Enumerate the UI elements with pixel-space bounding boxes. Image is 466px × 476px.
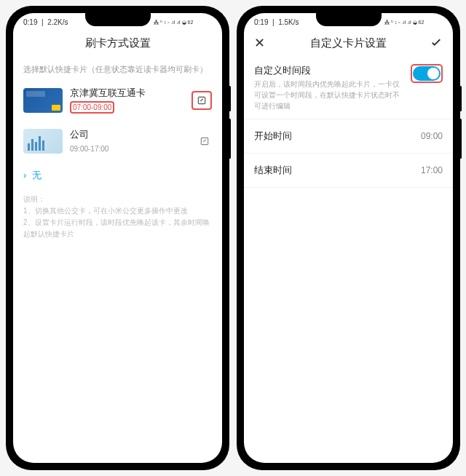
edit-icon[interactable] <box>194 93 209 108</box>
card-thumbnail-company <box>23 129 63 154</box>
svg-text:⁂  ᵇ ↕ ▫ .ıl .ıl ◒ 62: ⁂ ᵇ ↕ ▫ .ıl .ıl ◒ 62 <box>384 20 424 25</box>
card-name: 公司 <box>70 128 190 141</box>
edit-icon[interactable] <box>197 134 212 148</box>
hint-text: 选择默认快捷卡片（任意状态靠近读卡器均可刷卡） <box>13 57 222 79</box>
status-time: 0:19 <box>23 18 37 26</box>
phone-right: 0:19 | 1.5K/s ⁂ ᵇ ↕ ▫ .ıl .ıl ◒ 62 ✕ 自定义… <box>237 6 460 470</box>
start-time-value: 09:00 <box>421 131 443 141</box>
content-right: 自定义时间段 开启后，该时间段内优先唤起此卡片，一卡仅可设置一个时间段，在默认快… <box>244 57 453 463</box>
card-row-transit[interactable]: 京津冀互联互通卡 07:00-09:00 <box>13 79 222 121</box>
close-icon[interactable]: ✕ <box>254 35 265 51</box>
desc-line-2: 2、设置卡片运行时段，该时段优先唤起该卡，其余时间唤起默认快捷卡片 <box>23 217 212 240</box>
custom-time-toggle[interactable] <box>413 66 441 81</box>
edit-highlight <box>191 91 212 110</box>
custom-time-section: 自定义时间段 开启后，该时间段内优先唤起此卡片，一卡仅可设置一个时间段，在默认快… <box>244 57 453 119</box>
card-time-range: 09:00-17:00 <box>70 145 108 153</box>
end-time-row[interactable]: 结束时间 17:00 <box>244 154 453 187</box>
desc-line-1: 1、切换其他公交卡，可在小米公交更多操作中更改 <box>23 205 212 217</box>
toggle-highlight <box>411 64 443 83</box>
status-speed: 2.2K/s <box>47 18 68 26</box>
none-option[interactable]: 无 <box>13 162 222 189</box>
end-time-value: 17:00 <box>421 165 443 175</box>
status-time: 0:19 <box>254 18 268 26</box>
section-subtitle: 开启后，该时间段内优先唤起此卡片，一卡仅可设置一个时间段，在默认快捷卡片状态时不… <box>254 79 403 111</box>
status-icons: ⁂ ᵇ ↕ ▫ .ıl .ıl ◒ 62 <box>154 18 212 25</box>
card-time-range: 07:00-09:00 <box>70 101 114 114</box>
section-title: 自定义时间段 <box>254 64 403 77</box>
page-title: 刷卡方式设置 <box>85 36 151 50</box>
page-title: 自定义卡片设置 <box>310 36 387 50</box>
description: 说明： 1、切换其他公交卡，可在小米公交更多操作中更改 2、设置卡片运行时段，该… <box>13 189 222 245</box>
notch <box>85 13 151 26</box>
card-thumbnail-transit <box>23 88 63 113</box>
notch <box>316 13 382 26</box>
power-button <box>229 119 231 159</box>
card-name: 京津冀互联互通卡 <box>70 87 184 100</box>
content-left: 选择默认快捷卡片（任意状态靠近读卡器均可刷卡） 京津冀互联互通卡 07:00-0… <box>13 57 222 463</box>
status-speed: 1.5K/s <box>278 18 299 26</box>
phone-left: 0:19 | 2.2K/s ⁂ ᵇ ↕ ▫ .ıl .ıl ◒ 62 刷卡方式设… <box>6 6 229 470</box>
power-button <box>459 119 462 159</box>
title-bar: ✕ 自定义卡片设置 <box>244 29 453 57</box>
divider <box>244 187 453 188</box>
confirm-icon[interactable] <box>430 36 443 51</box>
start-time-label: 开始时间 <box>254 130 292 143</box>
svg-text:⁂  ᵇ ↕ ▫ .ıl .ıl ◒ 62: ⁂ ᵇ ↕ ▫ .ıl .ıl ◒ 62 <box>154 20 193 25</box>
status-icons: ⁂ ᵇ ↕ ▫ .ıl .ıl ◒ 62 <box>384 18 443 25</box>
screen-left: 0:19 | 2.2K/s ⁂ ᵇ ↕ ▫ .ıl .ıl ◒ 62 刷卡方式设… <box>13 13 222 463</box>
desc-title: 说明： <box>23 194 212 205</box>
start-time-row[interactable]: 开始时间 09:00 <box>244 119 453 153</box>
end-time-label: 结束时间 <box>254 164 292 177</box>
volume-button <box>229 86 231 111</box>
title-bar: 刷卡方式设置 <box>13 29 222 57</box>
volume-button <box>459 86 462 111</box>
screen-right: 0:19 | 1.5K/s ⁂ ᵇ ↕ ▫ .ıl .ıl ◒ 62 ✕ 自定义… <box>244 13 453 463</box>
card-row-company[interactable]: 公司 09:00-17:00 <box>13 121 222 162</box>
